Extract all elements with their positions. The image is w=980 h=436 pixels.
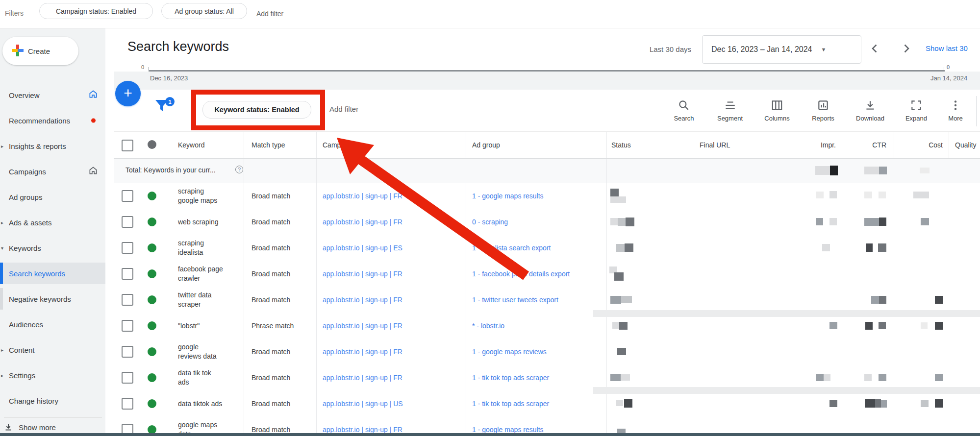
sidebar-item-campaigns[interactable]: Campaigns xyxy=(0,159,105,184)
sidebar-item-settings[interactable]: ▸Settings xyxy=(0,363,105,388)
columns-icon xyxy=(758,99,796,112)
toolbar-button-label: Download xyxy=(852,115,889,122)
chevron-right-icon[interactable]: ▸ xyxy=(1,220,3,225)
sidebar-item-label: Overview xyxy=(9,91,40,99)
sidebar-item-label: Content xyxy=(9,346,35,354)
redacted-value-block xyxy=(830,166,838,175)
enabled-status-dot xyxy=(148,399,156,408)
sidebar-item-content[interactable]: ▸Content xyxy=(0,337,105,363)
keyword-cell: web scraping xyxy=(178,217,219,226)
enabled-status-dot xyxy=(148,373,156,382)
ad-group-link[interactable]: 1 - tik tok top ads scraper xyxy=(472,374,549,382)
column-divider xyxy=(791,132,791,158)
sidebar-item-recommendations[interactable]: Recommendations xyxy=(0,108,105,133)
toolbar-segment-button[interactable]: Segment xyxy=(711,99,749,122)
redacted-value-block xyxy=(816,374,824,381)
campaign-link[interactable]: app.lobstr.io | sign-up | FR xyxy=(323,322,402,330)
ad-group-status-filter-chip[interactable]: Ad group status: All xyxy=(161,3,247,19)
chevron-right-icon[interactable]: ▸ xyxy=(1,347,3,353)
toolbar-reports-button[interactable]: Reports xyxy=(804,99,842,122)
campaign-link[interactable]: app.lobstr.io | sign-up | FR xyxy=(323,348,402,356)
redacted-value-block xyxy=(866,243,873,252)
keyword-cell: scraping google maps xyxy=(178,187,217,205)
campaign-link[interactable]: app.lobstr.io | sign-up | ES xyxy=(323,244,402,252)
column-header-cost[interactable]: Cost xyxy=(929,141,943,149)
ad-group-link[interactable]: * - lobstr.io xyxy=(472,322,504,330)
column-header-quality[interactable]: Quality xyxy=(955,141,977,149)
campaign-status-filter-chip[interactable]: Campaign status: Enabled xyxy=(39,3,153,19)
date-range-picker[interactable]: Dec 16, 2023 – Jan 14, 2024 ▼ xyxy=(702,35,861,64)
selected-item-rail xyxy=(0,263,3,284)
redacted-value-block xyxy=(875,399,881,408)
redacted-value-block xyxy=(935,296,943,304)
sidebar-item-label: Settings xyxy=(9,371,35,380)
expand-icon xyxy=(898,99,935,112)
create-button[interactable]: Create xyxy=(2,37,78,65)
select-all-checkbox[interactable] xyxy=(122,140,133,151)
row-checkbox[interactable] xyxy=(122,424,133,434)
column-header-match-type[interactable]: Match type xyxy=(251,141,285,149)
toolbar-download-button[interactable]: Download xyxy=(852,99,889,122)
row-checkbox[interactable] xyxy=(122,242,133,254)
campaign-link[interactable]: app.lobstr.io | sign-up | FR xyxy=(323,296,402,304)
sidebar-item-audiences[interactable]: Audiences xyxy=(0,312,105,337)
row-checkbox[interactable] xyxy=(122,320,133,332)
sidebar-item-ad-groups[interactable]: Ad groups xyxy=(0,184,105,210)
toolbar-more-button[interactable]: More xyxy=(937,99,974,122)
column-header-keyword[interactable]: Keyword xyxy=(178,141,204,149)
previous-period-button[interactable] xyxy=(868,41,882,56)
top-add-filter-button[interactable]: Add filter xyxy=(256,10,283,18)
column-header-campaign[interactable]: Campaign xyxy=(323,141,354,149)
row-checkbox[interactable] xyxy=(122,294,133,306)
ad-group-link[interactable]: 0 - scraping xyxy=(472,218,508,226)
ad-group-link[interactable]: 1 - facebook page details export xyxy=(472,270,570,278)
row-checkbox[interactable] xyxy=(122,190,133,202)
chevron-right-icon[interactable]: ▸ xyxy=(1,373,3,378)
table-add-filter-button[interactable]: Add filter xyxy=(329,105,358,113)
horizontal-scrollbar[interactable] xyxy=(0,433,980,436)
sidebar-item-insights-reports[interactable]: ▸Insights & reports xyxy=(0,133,105,159)
row-checkbox[interactable] xyxy=(122,216,133,228)
column-header-impr-[interactable]: Impr. xyxy=(821,141,836,149)
keyword-cell: twitter data scraper xyxy=(178,291,211,309)
sidebar-item-change-history[interactable]: Change history xyxy=(0,388,105,413)
chevron-down-icon[interactable]: ▾ xyxy=(1,245,3,251)
campaign-link[interactable]: app.lobstr.io | sign-up | FR xyxy=(323,426,402,434)
column-header-ad-group[interactable]: Ad group xyxy=(472,141,500,149)
toolbar-columns-button[interactable]: Columns xyxy=(758,99,796,122)
sidebar-item-ads-assets[interactable]: ▸Ads & assets xyxy=(0,210,105,235)
row-checkbox[interactable] xyxy=(122,268,133,280)
chevron-right-icon[interactable]: ▸ xyxy=(1,144,3,149)
ad-group-link[interactable]: 1 - tik tok top ads scraper xyxy=(472,400,549,408)
enabled-status-dot xyxy=(148,347,156,356)
sidebar-item-overview[interactable]: Overview xyxy=(0,82,105,108)
ad-group-link[interactable]: 1 - google maps results xyxy=(472,426,544,434)
sidebar-item-negative-keywords[interactable]: Negative keywords xyxy=(0,286,105,312)
column-header-ctr[interactable]: CTR xyxy=(872,141,886,149)
redacted-value-block xyxy=(626,218,634,226)
ad-group-link[interactable]: 1 - idealista search export xyxy=(472,244,551,252)
toolbar-expand-button[interactable]: Expand xyxy=(898,99,935,122)
help-icon[interactable]: ? xyxy=(235,166,243,173)
ad-group-link[interactable]: 1 - google maps reviews xyxy=(472,348,547,356)
campaign-link[interactable]: app.lobstr.io | sign-up | US xyxy=(323,400,403,408)
ad-group-link[interactable]: 1 - google maps results xyxy=(472,192,544,200)
row-checkbox[interactable] xyxy=(122,372,133,384)
toolbar-search-button[interactable]: Search xyxy=(665,99,703,122)
redacted-value-block xyxy=(621,296,632,303)
campaign-link[interactable]: app.lobstr.io | sign-up | FR xyxy=(323,218,402,226)
sidebar-item-keywords[interactable]: ▾Keywords xyxy=(0,235,105,261)
show-last-30-link[interactable]: Show last 30 xyxy=(926,44,980,52)
add-keyword-fab[interactable]: + xyxy=(115,81,141,106)
column-header-status[interactable]: Status xyxy=(611,141,631,149)
ad-group-link[interactable]: 1 - twitter user tweets export xyxy=(472,296,558,304)
campaign-link[interactable]: app.lobstr.io | sign-up | FR xyxy=(323,192,402,200)
toolbar-button-label: Search xyxy=(665,115,703,122)
next-period-button[interactable] xyxy=(899,41,913,56)
campaign-link[interactable]: app.lobstr.io | sign-up | FR xyxy=(323,374,402,382)
row-checkbox[interactable] xyxy=(122,398,133,410)
campaign-link[interactable]: app.lobstr.io | sign-up | FR xyxy=(323,270,402,278)
sidebar-item-search-keywords[interactable]: Search keywords xyxy=(0,261,105,286)
row-checkbox[interactable] xyxy=(122,346,133,358)
column-header-final-url[interactable]: Final URL xyxy=(700,141,730,149)
